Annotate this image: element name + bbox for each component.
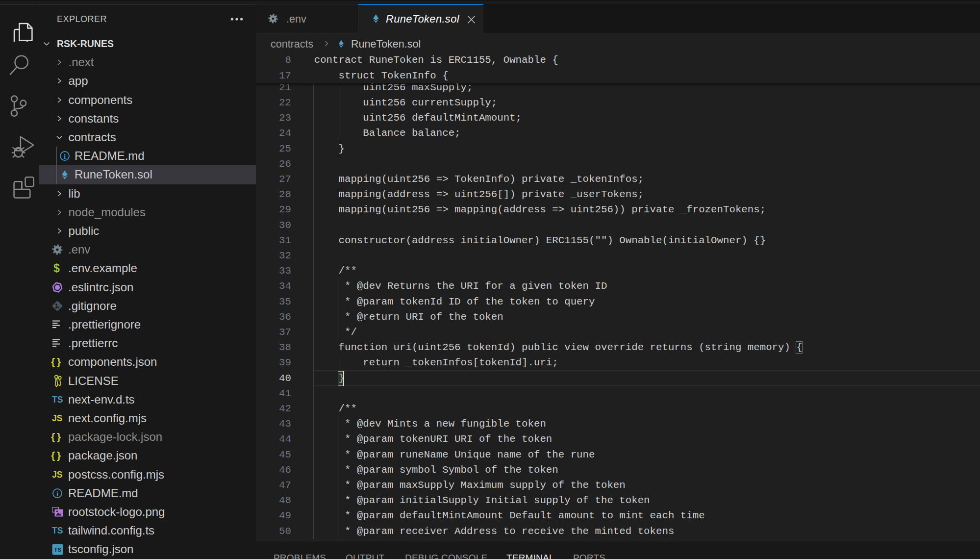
- svg-text:i: i: [56, 489, 59, 498]
- svg-text:TS: TS: [54, 547, 61, 553]
- svg-text:i: i: [64, 152, 66, 160]
